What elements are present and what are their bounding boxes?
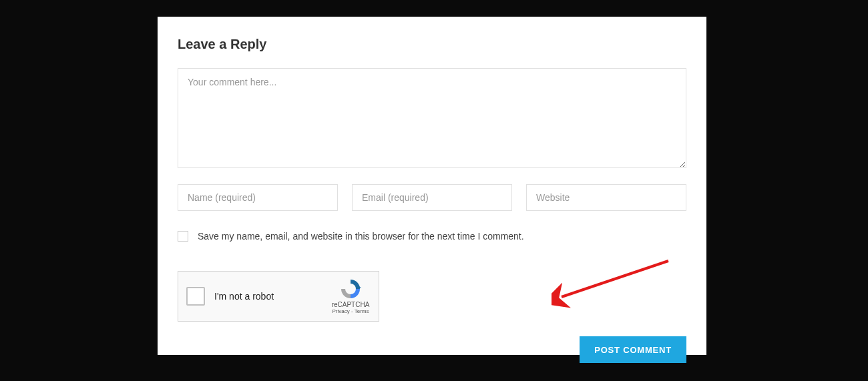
reply-title: Leave a Reply [178, 37, 686, 52]
name-field[interactable] [178, 184, 338, 211]
recaptcha-brand: reCAPTCHA Privacy - Terms [331, 278, 371, 314]
save-info-row: Save my name, email, and website in this… [178, 231, 686, 242]
save-info-label: Save my name, email, and website in this… [198, 231, 524, 242]
comment-form-card: Leave a Reply Save my name, email, and w… [158, 17, 706, 355]
arrow-annotation-icon [552, 256, 678, 309]
submit-row: POST COMMENT [178, 336, 686, 363]
save-info-checkbox[interactable] [178, 231, 188, 242]
recaptcha-logo-icon [340, 278, 361, 300]
comment-textarea[interactable] [178, 68, 686, 168]
recaptcha-links: Privacy - Terms [333, 308, 369, 314]
email-field[interactable] [352, 184, 512, 211]
recaptcha-checkbox[interactable] [186, 287, 205, 306]
website-field[interactable] [526, 184, 686, 211]
recaptcha-brand-name: reCAPTCHA [332, 301, 370, 308]
recaptcha-box: I'm not a robot reCAPTCHA Privacy - Term… [178, 271, 379, 322]
fields-row [178, 184, 686, 211]
recaptcha-label: I'm not a robot [214, 291, 331, 302]
post-comment-button[interactable]: POST COMMENT [580, 336, 686, 363]
svg-line-2 [562, 261, 668, 297]
